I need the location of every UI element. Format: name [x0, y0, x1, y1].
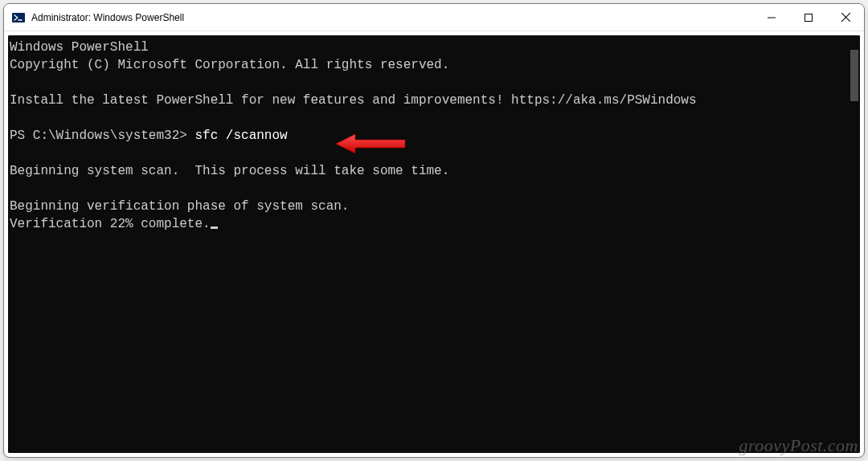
- titlebar[interactable]: Administrator: Windows PowerShell: [4, 4, 864, 31]
- cursor: [211, 226, 218, 229]
- terminal-area: Windows PowerShell Copyright (C) Microso…: [8, 35, 860, 453]
- watermark: groovyPost.com: [739, 435, 858, 456]
- svg-rect-0: [12, 13, 25, 22]
- output-line: Install the latest PowerShell for new fe…: [10, 93, 697, 108]
- maximize-button[interactable]: [790, 4, 827, 31]
- minimize-button[interactable]: [753, 4, 790, 31]
- output-line: Windows PowerShell: [10, 40, 149, 55]
- prompt: PS C:\Windows\system32>: [10, 129, 194, 143]
- output-line: Copyright (C) Microsoft Corporation. All…: [10, 58, 449, 72]
- powershell-window: Administrator: Windows PowerShell Window…: [3, 3, 865, 458]
- output-line: Verification 22% complete.: [10, 217, 211, 231]
- scrollbar-thumb[interactable]: [850, 50, 858, 101]
- command-text: sfc /scannow: [194, 129, 287, 143]
- svg-rect-3: [805, 14, 813, 21]
- close-button[interactable]: [827, 4, 864, 31]
- output-line: Beginning system scan. This process will…: [10, 164, 449, 178]
- window-title: Administrator: Windows PowerShell: [31, 12, 184, 23]
- output-line: Beginning verification phase of system s…: [10, 199, 349, 214]
- scrollbar-track[interactable]: [849, 35, 860, 453]
- terminal-output[interactable]: Windows PowerShell Copyright (C) Microso…: [8, 35, 849, 453]
- powershell-icon: [12, 11, 25, 24]
